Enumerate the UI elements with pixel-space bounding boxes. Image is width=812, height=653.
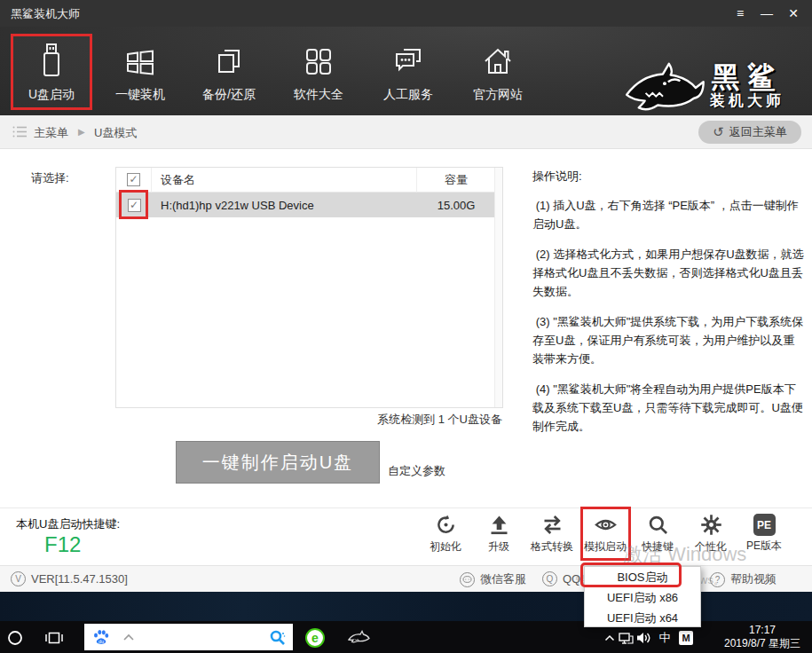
reset-icon: [434, 513, 458, 537]
help-label: 帮助视频: [730, 571, 777, 587]
help-icon: ?: [710, 572, 725, 587]
clock-date: 2019/8/7 星期三: [717, 637, 808, 650]
column-capacity: 容量: [417, 172, 495, 188]
boot-mode-menu: BIOS启动 UEFI启动 x86 UEFI启动 x64: [584, 566, 701, 627]
taskbar-clock[interactable]: 17:17 2019/8/7 星期三: [717, 624, 808, 650]
simulate-boot-highlight-box: [580, 507, 631, 561]
brand-line1: 黑鲨: [710, 62, 784, 92]
nav-label: 软件大全: [294, 87, 343, 103]
table-scrollbar[interactable]: [494, 168, 502, 407]
boot-hotkey-value: F12: [44, 532, 81, 557]
nav-item-one-key-install[interactable]: 一键装机: [99, 34, 181, 110]
nav-label: 人工服务: [383, 87, 433, 103]
help-videos[interactable]: ? 帮助视频: [710, 571, 777, 587]
tool-label: 个性化: [695, 539, 727, 555]
breadcrumb-root[interactable]: 主菜单: [34, 125, 68, 141]
shark-app-icon[interactable]: [346, 628, 371, 648]
upgrade-icon: [487, 513, 511, 537]
list-icon: [12, 125, 28, 138]
make-boot-usb-label: 一键制作启动U盘: [202, 451, 353, 475]
task-view-icon[interactable]: [44, 628, 64, 648]
table-row[interactable]: ✓ H:(hd1)hp v221w USB Device 15.00G: [116, 193, 495, 217]
speaker-icon[interactable]: [634, 628, 653, 648]
cortana-icon[interactable]: [5, 628, 25, 648]
nav-item-backup-restore[interactable]: 备份/还原: [188, 34, 270, 110]
select-all-checkbox[interactable]: ✓: [127, 173, 140, 186]
qq-label: QQ: [563, 572, 580, 586]
pe-badge-icon: PE: [753, 514, 776, 536]
usb-drive-icon: [32, 42, 71, 81]
back-arrow-icon: ↺: [713, 124, 724, 140]
nav-item-usb-boot[interactable]: U盘启动: [11, 34, 92, 110]
search-glyph-icon[interactable]: [269, 629, 286, 646]
nav-item-official-website[interactable]: 官方网站: [457, 34, 539, 110]
nav-label: 一键装机: [115, 87, 165, 103]
chevron-up-icon[interactable]: [122, 633, 135, 641]
tool-initialize[interactable]: 初始化: [420, 513, 471, 561]
backup-restore-icon: [209, 42, 248, 81]
ime-language-indicator[interactable]: 中: [655, 628, 674, 648]
breadcrumb-separator-icon: ▶: [78, 127, 85, 137]
ime-mode-icon[interactable]: M: [676, 628, 696, 648]
network-icon[interactable]: [616, 628, 635, 648]
menu-icon[interactable]: ≡: [729, 4, 752, 23]
qq-icon: Q: [542, 571, 557, 586]
tool-label: 格式转换: [531, 539, 573, 555]
tool-personalize[interactable]: 个性化: [685, 513, 737, 561]
search-icon: [646, 513, 670, 537]
brand-text: 黑鲨 装机大师: [710, 62, 784, 110]
instruction-step: (1) 插入U盘，右下角选择 “PE版本” ，点击一键制作启动U盘。: [532, 196, 804, 233]
svg-text:du: du: [99, 639, 104, 644]
select-label: 请选择:: [31, 170, 69, 186]
custom-params-link[interactable]: 自定义参数: [388, 463, 445, 479]
tool-shortcuts[interactable]: 快捷键: [632, 513, 683, 561]
shark-logo: [619, 59, 706, 119]
device-table: ✓ 设备名 容量 ✓ H:(hd1)hp v221w USB Device 15…: [115, 167, 503, 408]
back-to-main-menu-button[interactable]: ↺ 返回主菜单: [698, 121, 801, 144]
tool-upgrade[interactable]: 升级: [473, 513, 524, 561]
version-info: V VER[11.5.47.1530]: [11, 571, 128, 586]
breadcrumb: 主菜单 ▶ U盘模式 ↺ 返回主菜单: [0, 115, 812, 149]
menu-item-bios-boot[interactable]: BIOS启动: [585, 567, 700, 587]
chat-service-icon: [389, 42, 428, 81]
table-header: ✓ 设备名 容量: [116, 168, 495, 193]
wechat-icon: [460, 572, 475, 587]
boot-hotkey-label: 本机U盘启动快捷键:: [16, 516, 120, 532]
brand-line2: 装机大师: [710, 92, 784, 110]
format-convert-icon: [540, 513, 564, 537]
menu-item-uefi-x86[interactable]: UEFI启动 x86: [585, 587, 700, 608]
apps-grid-icon: [299, 42, 338, 81]
wechat-support[interactable]: 微信客服: [460, 571, 526, 587]
back-button-label: 返回主菜单: [729, 124, 787, 140]
version-text: VER[11.5.47.1530]: [31, 572, 128, 586]
menu-item-uefi-x64[interactable]: UEFI启动 x64: [585, 608, 700, 628]
column-device-name: 设备名: [152, 168, 417, 193]
taskbar-search-box[interactable]: du: [84, 624, 293, 650]
make-boot-usb-button[interactable]: 一键制作启动U盘: [176, 441, 380, 484]
qq-support[interactable]: Q QQ: [542, 571, 580, 586]
nav-label: U盘启动: [28, 87, 75, 103]
browser-e-letter: e: [305, 628, 325, 648]
nav-label: 官方网站: [473, 87, 523, 103]
title-bar: 黑鲨装机大师 ≡ — ✕: [0, 0, 812, 27]
tool-format-convert[interactable]: 格式转换: [526, 513, 578, 561]
capacity-cell: 15.00G: [417, 199, 495, 212]
browser-e-icon[interactable]: e: [305, 628, 325, 648]
wechat-label: 微信客服: [480, 571, 526, 587]
clock-time: 17:17: [717, 624, 808, 637]
tool-label: 升级: [488, 539, 509, 555]
tool-label: 初始化: [430, 539, 461, 555]
tool-label: 快捷键: [642, 539, 674, 555]
instructions-panel: 操作说明: (1) 插入U盘，右下角选择 “PE版本” ，点击一键制作启动U盘。…: [532, 169, 804, 436]
instruction-step: (3) "黑鲨装机大师"提供系统下载，为用户下载系统保存至U盘，保证用户有系统可…: [532, 312, 804, 368]
one-key-install-icon: [121, 42, 160, 81]
instruction-step: (2) 选择格式化方式，如果用户想保存U盘数据，就选择格式化U盘且不丢失数据，否…: [532, 245, 804, 301]
ime-mode-badge: M: [679, 631, 693, 645]
nav-item-human-service[interactable]: 人工服务: [367, 34, 449, 110]
instructions-title: 操作说明:: [532, 169, 804, 185]
close-icon[interactable]: ✕: [782, 4, 805, 23]
detect-status-text: 系统检测到 1 个U盘设备: [377, 412, 502, 428]
nav-item-software-center[interactable]: 软件大全: [278, 34, 359, 110]
tool-pe-version[interactable]: PE PE版本: [738, 513, 790, 561]
minimize-icon[interactable]: —: [755, 4, 778, 23]
